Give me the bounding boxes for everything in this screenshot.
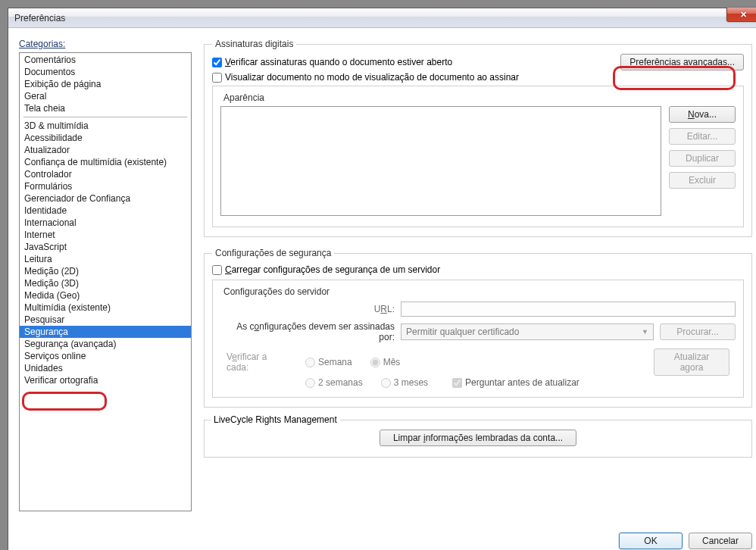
category-item[interactable]: Pesquisar xyxy=(20,314,191,326)
category-item[interactable]: Multimídia (existente) xyxy=(20,302,191,314)
radio-2weeks[interactable]: 2 semanas xyxy=(305,377,363,388)
category-item[interactable]: Identidade xyxy=(20,205,191,217)
category-item[interactable]: Formulários xyxy=(20,180,191,192)
security-settings-legend: Configurações de segurança xyxy=(212,248,334,258)
category-item[interactable]: Controlador xyxy=(20,168,191,180)
livecycle-legend: LiveCycle Rights Management xyxy=(211,414,340,425)
livecycle-group: LiveCycle Rights Management Limpar infor… xyxy=(204,420,752,458)
appearance-listbox[interactable] xyxy=(220,106,661,216)
categories-sidebar: Categorias: ComentáriosDocumentosExibiçã… xyxy=(19,39,192,523)
categories-list[interactable]: ComentáriosDocumentosExibição de páginaG… xyxy=(19,52,192,511)
server-settings-group: Configurações do servidor URL: As config… xyxy=(212,280,744,398)
category-divider xyxy=(23,117,187,117)
duplicate-button: Duplicar xyxy=(669,150,736,167)
category-item[interactable]: Geral xyxy=(20,90,191,102)
url-label: URL: xyxy=(220,304,395,314)
category-item[interactable]: Confiança de multimídia (existente) xyxy=(20,156,191,168)
view-document-row[interactable]: Visualizar documento no modo de visualiz… xyxy=(212,72,744,83)
category-item[interactable]: Acessibilidade xyxy=(20,132,191,144)
preferences-dialog: Preferências ✕ Categorias: ComentáriosDo… xyxy=(8,8,756,550)
verify-signatures-checkbox[interactable] xyxy=(212,58,222,67)
category-item[interactable]: Serviços online xyxy=(20,350,191,362)
category-item[interactable]: Medição (2D) xyxy=(20,265,191,277)
category-item[interactable]: 3D & multimídia xyxy=(20,120,191,132)
security-settings-group: Configurações de segurança Carregar conf… xyxy=(204,248,752,408)
signed-by-value: Permitir qualquer certificado xyxy=(406,327,519,337)
advanced-preferences-button[interactable]: Preferências avançadas... xyxy=(620,54,744,70)
digital-signatures-group: Assinaturas digitais Verificar assinatur… xyxy=(204,39,752,237)
new-button[interactable]: Nova... xyxy=(669,106,736,123)
appearance-legend: Aparência xyxy=(220,92,267,103)
category-item[interactable]: Documentos xyxy=(20,66,191,78)
view-document-checkbox[interactable] xyxy=(212,73,222,83)
edit-button: Editar... xyxy=(669,128,736,145)
signed-by-label: As configurações devem ser assinadas por… xyxy=(220,321,395,342)
category-item[interactable]: Segurança (avançada) xyxy=(20,338,191,350)
url-input[interactable] xyxy=(401,302,736,317)
verify-signatures-row[interactable]: Verificar assinaturas quando o documento… xyxy=(212,57,452,67)
category-item[interactable]: Internacional xyxy=(20,217,191,229)
delete-button: Excluir xyxy=(669,172,736,189)
radio-month[interactable]: Mês xyxy=(370,357,401,367)
digital-signatures-legend: Assinaturas digitais xyxy=(212,39,296,49)
dialog-footer: OK Cancelar xyxy=(19,523,752,549)
load-settings-label: Carregar configurações de segurança de u… xyxy=(225,264,440,275)
view-document-label: Visualizar documento no modo de visualiz… xyxy=(225,72,519,83)
clear-account-button[interactable]: Limpar informações lembradas da conta... xyxy=(380,430,576,446)
radio-week[interactable]: Semana xyxy=(305,357,352,367)
browse-button: Procurar... xyxy=(660,323,736,340)
load-settings-checkbox[interactable] xyxy=(212,265,222,275)
ok-button[interactable]: OK xyxy=(619,533,683,549)
titlebar: Preferências ✕ xyxy=(8,8,756,28)
server-settings-legend: Configurações do servidor xyxy=(220,286,333,297)
cancel-button[interactable]: Cancelar xyxy=(689,533,752,549)
categories-label: Categorias: xyxy=(19,39,192,49)
verify-each-label: Verificar a cada: xyxy=(226,352,287,373)
load-settings-row[interactable]: Carregar configurações de segurança de u… xyxy=(212,264,744,275)
category-item[interactable]: Gerenciador de Confiança xyxy=(20,192,191,205)
dialog-body: Categorias: ComentáriosDocumentosExibiçã… xyxy=(8,28,756,550)
appearance-group: Aparência Nova... Editar... Duplicar Exc… xyxy=(212,86,744,227)
category-item[interactable]: Medição (3D) xyxy=(20,277,191,289)
category-item[interactable]: Leitura xyxy=(20,253,191,265)
close-button[interactable]: ✕ xyxy=(726,8,756,22)
close-icon: ✕ xyxy=(740,11,747,19)
radio-3months[interactable]: 3 meses xyxy=(381,377,428,388)
category-item[interactable]: JavaScript xyxy=(20,241,191,253)
window-title: Preferências xyxy=(14,13,65,23)
chevron-down-icon: ▼ xyxy=(642,328,648,336)
category-item[interactable]: Tela cheia xyxy=(20,102,191,114)
category-item[interactable]: Verificar ortografia xyxy=(20,374,191,386)
category-item[interactable]: Unidades xyxy=(20,362,191,374)
verify-signatures-label: Verificar assinaturas quando o documento… xyxy=(225,57,452,67)
signed-by-select[interactable]: Permitir qualquer certificado ▼ xyxy=(401,323,654,340)
content-pane: Assinaturas digitais Verificar assinatur… xyxy=(204,39,752,523)
category-item[interactable]: Medida (Geo) xyxy=(20,289,191,302)
category-item[interactable]: Comentários xyxy=(20,54,191,66)
category-item[interactable]: Exibição de página xyxy=(20,78,191,90)
ask-before-row[interactable]: Perguntar antes de atualizar xyxy=(452,377,579,388)
category-item[interactable]: Atualizador xyxy=(20,144,191,156)
category-item[interactable]: Internet xyxy=(20,229,191,241)
category-item[interactable]: Segurança xyxy=(20,326,191,338)
update-now-button: Atualizar agora xyxy=(654,348,729,376)
